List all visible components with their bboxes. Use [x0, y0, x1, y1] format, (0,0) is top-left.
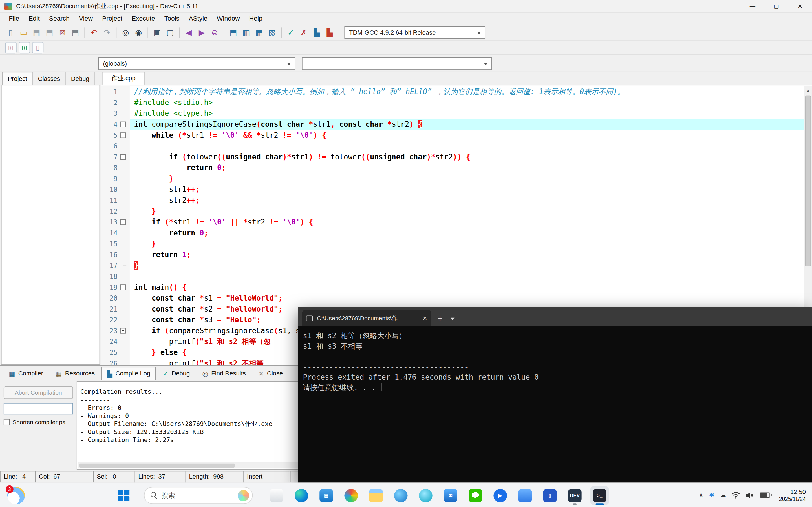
code-line[interactable]: if (tolower((unsigned char)*str1) != tol… — [130, 152, 804, 163]
tab-debug[interactable]: Debug — [66, 72, 95, 85]
close-button[interactable]: ✕ — [788, 0, 812, 12]
code-line[interactable]: } — [130, 238, 804, 249]
browser-button[interactable] — [392, 487, 410, 505]
code-line[interactable]: const char *s1 = "HelloWorld"; — [130, 293, 804, 304]
panel-tab-resources[interactable]: ▦Resources — [50, 367, 100, 380]
syntax-check-button[interactable]: ✓ — [284, 26, 297, 39]
code-line[interactable]: #include <stdio.h> — [130, 97, 804, 108]
menu-tools[interactable]: Tools — [160, 14, 184, 23]
members-dropdown[interactable] — [302, 57, 492, 70]
tab-classes[interactable]: Classes — [33, 72, 66, 85]
shorten-paths-option[interactable]: Shorten compiler pa — [4, 419, 73, 425]
fold-toggle-icon[interactable]: − — [120, 132, 126, 138]
code-line[interactable]: return 0; — [130, 163, 804, 173]
antivirus-tray-icon[interactable]: ✱ — [709, 492, 714, 499]
wifi-icon[interactable] — [732, 492, 740, 499]
battery-icon[interactable] — [760, 493, 770, 498]
undo-button[interactable]: ↶ — [87, 26, 100, 39]
menu-file[interactable]: File — [4, 14, 24, 23]
panel-tab-compile-log[interactable]: ▙Compile Log — [101, 367, 156, 380]
taskbar-search[interactable]: 搜索 — [144, 487, 253, 504]
media-app-button[interactable] — [416, 487, 435, 505]
code-line[interactable]: } — [130, 206, 804, 217]
fold-toggle-icon[interactable]: − — [120, 219, 126, 225]
tab-project[interactable]: Project — [2, 72, 33, 85]
clean-button[interactable]: ✗ — [297, 26, 310, 39]
code-line[interactable]: if (*str1 != '\0' || *str2 != '\0') { — [130, 217, 804, 228]
mail-button[interactable]: ✉ — [441, 487, 460, 505]
code-line[interactable]: #include <ctype.h> — [130, 108, 804, 119]
abort-compilation-button[interactable]: Abort Compilation — [4, 386, 73, 399]
menu-edit[interactable]: Edit — [24, 14, 45, 23]
volume-icon[interactable] — [746, 492, 754, 499]
save-file-button[interactable]: ▦ — [30, 26, 43, 39]
scroll-up-icon[interactable]: ▲ — [804, 87, 812, 95]
meeting-button[interactable]: ▶ — [491, 487, 509, 505]
code-line[interactable]: while (*str1 != '\0' && *str2 != '\0') { — [130, 130, 804, 141]
fold-toggle-icon[interactable]: − — [120, 328, 126, 334]
checkbox[interactable] — [4, 419, 10, 425]
code-line[interactable]: return 1; — [130, 249, 804, 260]
editor-tab[interactable]: 作业.cpp — [103, 72, 144, 85]
wechat-button[interactable] — [466, 487, 485, 505]
redo-button[interactable]: ↷ — [100, 26, 113, 39]
edge-button[interactable] — [292, 487, 311, 505]
bookmark-button[interactable]: ▢ — [163, 26, 176, 39]
new-tab-button[interactable]: + — [438, 314, 442, 323]
widgets-weather-icon[interactable]: 3 — [7, 487, 25, 504]
new-file-button[interactable]: ▯ — [4, 26, 17, 39]
scrollbar-thumb[interactable] — [79, 464, 235, 468]
run-button[interactable]: ▶ — [195, 26, 208, 39]
fold-toggle-icon[interactable]: − — [120, 154, 126, 160]
panel-tab-compiler[interactable]: ▦Compiler — [3, 367, 49, 380]
terminal-titlebar[interactable]: C:\Users\28769\Documents\作 ✕ + — [298, 307, 812, 327]
minimize-button[interactable]: — — [741, 0, 764, 12]
print-button[interactable]: ▤ — [69, 26, 82, 39]
maximize-button[interactable]: ▢ — [764, 0, 788, 12]
floating-report-button[interactable]: ▦ — [253, 26, 266, 39]
start-button[interactable] — [118, 490, 130, 501]
profile-analysis-button[interactable]: ▙ — [310, 26, 323, 39]
panel-tab-close[interactable]: ✕Close — [253, 367, 289, 380]
code-line[interactable] — [130, 141, 804, 152]
menu-search[interactable]: Search — [44, 14, 74, 23]
close-file-button[interactable]: ⊠ — [56, 26, 69, 39]
menu-window[interactable]: Window — [212, 14, 245, 23]
terminal-tab[interactable]: C:\Users\28769\Documents\作 ✕ — [302, 310, 432, 327]
project-window-button[interactable]: ▤ — [227, 26, 240, 39]
delete-profiling-button[interactable]: ▙ — [323, 26, 336, 39]
panel-tab-debug[interactable]: ✓Debug — [157, 367, 195, 380]
menu-execute[interactable]: Execute — [127, 14, 160, 23]
menu-project[interactable]: Project — [98, 14, 127, 23]
dev-cpp-button[interactable]: DEV — [566, 487, 584, 505]
code-line[interactable]: } — [130, 173, 804, 184]
fold-toggle-icon[interactable]: − — [120, 122, 126, 127]
scrollbar-thumb[interactable] — [805, 96, 811, 267]
find-button[interactable]: ◎ — [119, 26, 132, 39]
menu-astyle[interactable]: AStyle — [184, 14, 212, 23]
pin-window-button[interactable]: ▯ — [32, 42, 43, 53]
terminal-button[interactable]: >_ — [591, 487, 609, 505]
floating-project-button[interactable]: ▧ — [266, 26, 278, 39]
compile-run-button[interactable]: ⊜ — [208, 26, 221, 39]
explorer-button[interactable] — [366, 487, 385, 505]
taskbar-clock[interactable]: 12:50 2025/11/24 — [779, 488, 806, 502]
globals-dropdown[interactable]: (globals) — [98, 57, 295, 70]
tab-dropdown-icon[interactable] — [451, 318, 455, 320]
code-line[interactable]: int compareStringsIgnoreCase(const char … — [130, 119, 804, 130]
store-button[interactable]: ▤ — [317, 487, 336, 505]
goto-line-button[interactable]: ▣ — [151, 26, 163, 39]
code-line[interactable]: } — [130, 260, 804, 271]
hidden-icons-button[interactable]: ∧ — [699, 492, 703, 499]
code-line[interactable]: str2++; — [130, 195, 804, 206]
open-file-button[interactable]: ▭ — [17, 26, 30, 39]
docs-app-button[interactable] — [267, 487, 286, 505]
replace-button[interactable]: ◉ — [132, 26, 145, 39]
code-line[interactable]: //利用指针，判断两个字符串是否相等。忽略大小写。例如，输入 “ hello” … — [130, 87, 804, 98]
save-all-button[interactable]: ▤ — [43, 26, 56, 39]
phone-link-button[interactable]: ▯ — [541, 487, 559, 505]
panel-tab-find-results[interactable]: ◎Find Results — [197, 367, 252, 380]
compiler-filter-input[interactable] — [4, 403, 73, 414]
menu-help[interactable]: Help — [245, 14, 267, 23]
compile-button[interactable]: ◀ — [183, 26, 195, 39]
